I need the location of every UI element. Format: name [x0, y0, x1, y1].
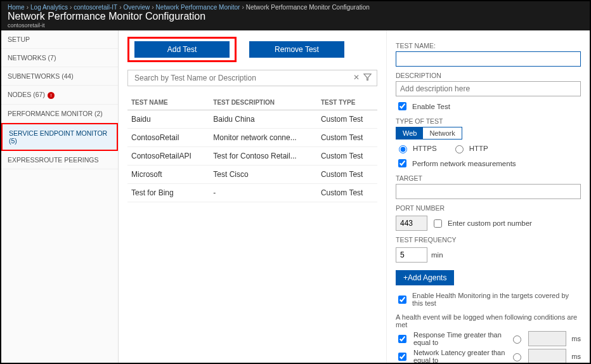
table-row[interactable]: Test for Bing-Custom Test: [127, 184, 377, 202]
page-title: Network Performance Monitor Configuratio…: [8, 11, 583, 22]
col-test-name[interactable]: TEST NAME: [127, 93, 209, 110]
enable-health-checkbox[interactable]: [398, 296, 406, 304]
cond1-value[interactable]: [528, 331, 566, 346]
cond1-radio[interactable]: [513, 335, 521, 344]
cell-name: Test for Bing: [127, 184, 209, 202]
cell-type: Custom Test: [317, 184, 377, 202]
cell-type: Custom Test: [317, 110, 377, 129]
perform-measurements-label: Perform network measurements: [412, 160, 516, 167]
col-test-type[interactable]: TEST TYPE: [317, 93, 377, 110]
cell-desc: Test for Contoso Retail...: [209, 147, 317, 166]
breadcrumb-item[interactable]: Overview: [124, 4, 150, 11]
type-of-test-label: TYPE OF TEST: [396, 117, 581, 125]
test-name-label: TEST NAME:: [396, 42, 581, 49]
breadcrumb-sep: ›: [152, 4, 153, 11]
enable-test-label: Enable Test: [412, 103, 450, 110]
proto-https-radio[interactable]: [399, 145, 407, 153]
breadcrumb-sep: ›: [242, 4, 244, 11]
sidebar-item[interactable]: NETWORKS (7): [1, 49, 118, 67]
target-label: TARGET: [396, 174, 581, 182]
table-row[interactable]: ContosoRetailAPITest for Contoso Retail.…: [127, 147, 377, 166]
tests-tbody: BaiduBaidu ChinaCustom TestContosoRetail…: [127, 110, 377, 202]
page-subtitle: contosoretail-it: [8, 22, 583, 29]
alert-icon: !: [48, 92, 55, 99]
search-box[interactable]: ✕: [127, 70, 377, 86]
enable-health-label: Enable Health Monitoring in the targets …: [412, 292, 581, 307]
col-test-desc[interactable]: TEST DESCRIPTION: [209, 93, 317, 110]
frequency-label: TEST FREQUENCY: [396, 236, 581, 244]
table-row[interactable]: ContosoRetailMonitor network conne...Cus…: [127, 129, 377, 147]
tab-web[interactable]: Web: [396, 127, 423, 139]
proto-http-label: HTTP: [469, 145, 488, 152]
custom-port-checkbox[interactable]: [434, 219, 442, 228]
frequency-input[interactable]: [396, 247, 427, 263]
breadcrumb-sep: ›: [119, 4, 121, 11]
table-row[interactable]: BaiduBaidu ChinaCustom Test: [127, 110, 377, 129]
breadcrumb-item: Network Performance Monitor Configuratio…: [246, 4, 370, 11]
add-agents-button[interactable]: +Add Agents: [396, 270, 454, 285]
cell-desc: Test Cisco: [209, 166, 317, 184]
custom-port-label: Enter custom port number: [448, 219, 532, 227]
test-name-input[interactable]: [396, 51, 581, 67]
port-input[interactable]: [396, 216, 427, 231]
enable-test-checkbox[interactable]: [398, 102, 406, 110]
breadcrumb-item[interactable]: Network Performance Monitor: [156, 4, 240, 11]
breadcrumb-item[interactable]: contosoretail-IT: [74, 4, 117, 11]
cell-name: Baidu: [127, 110, 209, 129]
cell-type: Custom Test: [317, 166, 377, 184]
cond2-checkbox[interactable]: [398, 353, 406, 361]
topbar: Home›Log Analytics›contosoretail-IT›Over…: [1, 1, 590, 30]
right-panel: TEST NAME: DESCRIPTION Enable Test TYPE …: [387, 30, 590, 363]
remove-test-button[interactable]: Remove Test: [249, 41, 344, 58]
breadcrumb-sep: ›: [27, 4, 29, 11]
perform-measurements-checkbox[interactable]: [398, 159, 406, 167]
breadcrumb-sep: ›: [70, 4, 72, 11]
center-panel: Add Test Remove Test ✕ TEST NAME TEST DE…: [119, 30, 387, 363]
sidebar-item[interactable]: PERFORMANCE MONITOR (2): [1, 105, 118, 123]
cell-desc: Monitor network conne...: [209, 129, 317, 147]
sidebar-item[interactable]: NODES (67)!: [1, 86, 118, 105]
svg-marker-0: [364, 74, 371, 81]
cell-name: ContosoRetailAPI: [127, 147, 209, 166]
clear-icon[interactable]: ✕: [353, 73, 360, 83]
cond2-label: Network Latency greater than equal to: [413, 349, 505, 363]
cond1-checkbox[interactable]: [398, 335, 406, 343]
cell-type: Custom Test: [317, 129, 377, 147]
sidebar-item[interactable]: SUBNETWORKS (44): [1, 67, 118, 86]
description-input[interactable]: [396, 81, 581, 96]
tests-table: TEST NAME TEST DESCRIPTION TEST TYPE Bai…: [127, 93, 377, 202]
filter-icon[interactable]: [363, 73, 372, 83]
target-input[interactable]: [396, 184, 581, 199]
cell-type: Custom Test: [317, 147, 377, 166]
sidebar: SETUPNETWORKS (7)SUBNETWORKS (44)NODES (…: [1, 30, 119, 363]
breadcrumb: Home›Log Analytics›contosoretail-IT›Over…: [8, 4, 583, 11]
add-test-highlight: Add Test: [127, 37, 237, 62]
cell-desc: -: [209, 184, 317, 202]
cell-name: ContosoRetail: [127, 129, 209, 147]
cond2-unit: ms: [571, 353, 581, 360]
proto-http-radio[interactable]: [455, 145, 464, 153]
frequency-unit: min: [431, 251, 443, 259]
proto-https-label: HTTPS: [413, 145, 437, 152]
breadcrumb-item[interactable]: Home: [8, 4, 25, 11]
cond2-value[interactable]: [528, 349, 566, 363]
search-input[interactable]: [133, 73, 353, 83]
description-label: DESCRIPTION: [396, 72, 581, 79]
port-label: PORT NUMBER: [396, 204, 581, 212]
cond2-radio[interactable]: [513, 353, 521, 361]
cond1-label: Response Time greater than equal to: [413, 331, 505, 346]
tab-network[interactable]: Network: [423, 127, 461, 139]
sidebar-item[interactable]: EXPRESSROUTE PEERINGS: [1, 151, 118, 169]
breadcrumb-item[interactable]: Log Analytics: [30, 4, 68, 11]
add-test-button[interactable]: Add Test: [134, 41, 230, 58]
cell-desc: Baidu China: [209, 110, 317, 129]
cell-name: Microsoft: [127, 166, 209, 184]
health-desc: A health event will be logged when follo…: [396, 313, 581, 328]
sidebar-item[interactable]: SETUP: [1, 30, 118, 49]
sidebar-item[interactable]: SERVICE ENDPOINT MONITOR (5): [1, 123, 118, 151]
table-row[interactable]: MicrosoftTest CiscoCustom Test: [127, 166, 377, 184]
cond1-unit: ms: [571, 335, 581, 342]
type-of-test-toggle: Web Network: [396, 127, 462, 140]
